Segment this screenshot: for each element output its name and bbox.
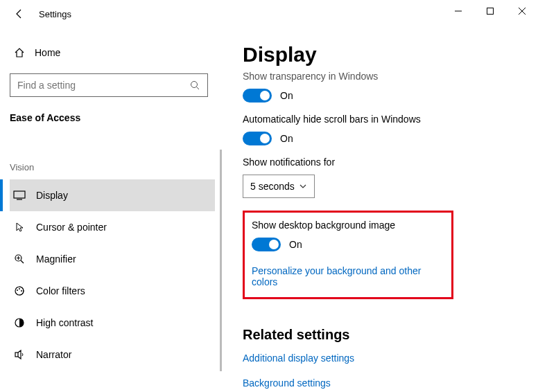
titlebar: Settings bbox=[0, 0, 538, 28]
sidebar-item-label: High contrast bbox=[36, 317, 93, 328]
related-heading: Related settings bbox=[243, 327, 517, 343]
select-value: 5 seconds bbox=[250, 181, 295, 192]
sidebar-item-narrator[interactable]: Narrator bbox=[10, 339, 215, 371]
minimize-button[interactable] bbox=[442, 0, 474, 22]
magnifier-icon bbox=[11, 253, 28, 265]
back-button[interactable] bbox=[10, 4, 29, 24]
svg-rect-15 bbox=[15, 353, 18, 357]
toggle-desktop-bg[interactable] bbox=[252, 238, 281, 251]
maximize-button[interactable] bbox=[474, 0, 506, 22]
window-title: Settings bbox=[39, 9, 71, 19]
sidebar: Home Ease of Access Vision Display Curso… bbox=[0, 28, 222, 392]
toggle-state: On bbox=[280, 133, 293, 144]
toggle-state: On bbox=[289, 239, 302, 250]
setting-label-transparency: Show transparency in Windows bbox=[243, 71, 517, 82]
sidebar-item-display[interactable]: Display bbox=[10, 179, 215, 211]
link-additional-display[interactable]: Additional display settings bbox=[243, 353, 517, 364]
chevron-down-icon bbox=[299, 182, 307, 190]
main-content: Display Show transparency in Windows On … bbox=[222, 28, 538, 392]
home-nav[interactable]: Home bbox=[10, 39, 215, 66]
window-controls bbox=[442, 0, 538, 22]
svg-point-13 bbox=[21, 290, 22, 292]
search-input[interactable] bbox=[17, 80, 189, 91]
close-button[interactable] bbox=[506, 0, 538, 22]
svg-line-3 bbox=[197, 87, 200, 90]
home-label: Home bbox=[35, 47, 60, 58]
sidebar-item-label: Magnifier bbox=[36, 253, 76, 265]
setting-label-scrollbars: Automatically hide scroll bars in Window… bbox=[243, 114, 517, 125]
svg-point-11 bbox=[17, 289, 18, 291]
svg-point-12 bbox=[19, 288, 20, 289]
search-box[interactable] bbox=[10, 73, 208, 97]
toggle-transparency[interactable] bbox=[243, 89, 272, 103]
notifications-select[interactable]: 5 seconds bbox=[243, 175, 315, 198]
cursor-icon bbox=[11, 222, 28, 233]
page-title: Display bbox=[243, 43, 517, 66]
highlighted-section: Show desktop background image On Persona… bbox=[243, 211, 453, 299]
sidebar-item-cursor[interactable]: Cursor & pointer bbox=[10, 211, 215, 243]
toggle-scrollbars[interactable] bbox=[243, 132, 272, 145]
sidebar-item-label: Cursor & pointer bbox=[36, 222, 107, 233]
svg-rect-1 bbox=[487, 8, 494, 15]
home-icon bbox=[11, 47, 28, 58]
setting-label-desktop-bg: Show desktop background image bbox=[252, 220, 444, 231]
sidebar-item-magnifier[interactable]: Magnifier bbox=[10, 243, 215, 275]
svg-line-7 bbox=[21, 260, 24, 263]
toggle-state: On bbox=[280, 90, 293, 101]
search-icon bbox=[189, 80, 200, 91]
category-title: Ease of Access bbox=[10, 112, 215, 123]
link-background-settings[interactable]: Background settings bbox=[243, 377, 517, 389]
sidebar-item-color-filters[interactable]: Color filters bbox=[10, 275, 215, 307]
high-contrast-icon bbox=[11, 317, 28, 328]
monitor-icon bbox=[11, 190, 28, 201]
sidebar-item-label: Display bbox=[36, 190, 68, 201]
sidebar-item-label: Color filters bbox=[36, 285, 85, 296]
setting-label-notifications: Show notifications for bbox=[243, 157, 517, 168]
sidebar-item-label: Narrator bbox=[36, 349, 71, 360]
sidebar-item-high-contrast[interactable]: High contrast bbox=[10, 307, 215, 339]
narrator-icon bbox=[11, 349, 28, 360]
svg-point-2 bbox=[191, 82, 198, 88]
svg-rect-4 bbox=[14, 191, 25, 198]
color-filters-icon bbox=[11, 285, 28, 296]
personalize-link[interactable]: Personalize your background and other co… bbox=[252, 265, 444, 287]
section-label: Vision bbox=[10, 162, 215, 172]
